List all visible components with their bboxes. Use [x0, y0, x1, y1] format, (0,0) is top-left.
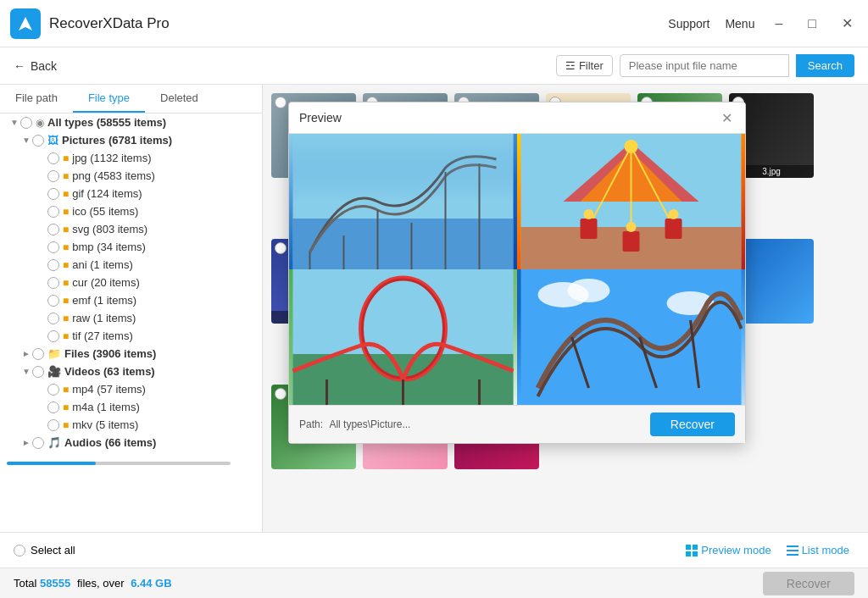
tree-radio-files[interactable] [32, 348, 44, 360]
preview-image-4[interactable] [517, 269, 745, 405]
preview-path: Path: All types\Picture... [299, 418, 410, 430]
tree-row-ico[interactable]: ■ ico (55 items) [0, 202, 262, 220]
tree-radio-gif[interactable] [47, 188, 59, 200]
support-link[interactable]: Support [668, 17, 709, 30]
tree-toggle-root[interactable]: ▼ [8, 118, 20, 127]
tree-radio-svg[interactable] [47, 224, 59, 235]
tree-radio-audios[interactable] [32, 437, 44, 449]
tree-label-jpg: jpg (1132 items) [72, 152, 151, 164]
tree-toggle-audios[interactable]: ► [20, 438, 32, 447]
preview-image-3[interactable] [289, 269, 517, 405]
menu-link[interactable]: Menu [725, 17, 754, 30]
mp4-icon: ■ [63, 384, 69, 396]
tree-radio-mp4[interactable] [47, 384, 59, 396]
tree-row-svg[interactable]: ■ svg (803 items) [0, 220, 262, 238]
windows-icon [686, 545, 698, 556]
tab-file-type[interactable]: File type [73, 85, 145, 113]
tree-toggle-videos[interactable]: ▼ [20, 367, 32, 376]
svg-point-20 [584, 209, 594, 219]
tree-row-ani[interactable]: ■ ani (1 items) [0, 256, 262, 274]
tree-row-emf[interactable]: ■ emf (1 items) [0, 291, 262, 309]
preview-image-1[interactable] [289, 134, 517, 269]
tree-row-raw[interactable]: ■ raw (1 items) [0, 309, 262, 327]
svg-point-22 [669, 209, 679, 219]
close-button[interactable]: ✕ [837, 14, 858, 33]
svg-rect-40 [693, 551, 698, 556]
tree-radio-raw[interactable] [47, 313, 59, 324]
tree-toggle-pictures[interactable]: ▼ [20, 136, 32, 145]
tree-label-svg: svg (803 items) [72, 223, 147, 235]
mkv-icon: ■ [63, 419, 69, 431]
preview-mode-button[interactable]: Preview mode [681, 541, 776, 559]
thumb-checkbox[interactable] [275, 242, 287, 254]
tree-row-tif[interactable]: ■ tif (27 items) [0, 327, 262, 345]
tree-label-ani: ani (1 items) [72, 258, 133, 271]
select-all-radio[interactable] [14, 545, 25, 556]
tree-row-jpg[interactable]: ■ jpg (1132 items) [0, 149, 262, 167]
tree-row-cur[interactable]: ■ cur (20 items) [0, 274, 262, 291]
thumb-checkbox[interactable] [275, 97, 287, 108]
preview-images-grid [289, 134, 745, 405]
tree-radio-emf[interactable] [47, 295, 59, 307]
tree-row-all-types[interactable]: ▼ ◉ All types (58555 items) [0, 114, 262, 131]
tree-row-png[interactable]: ■ png (4583 items) [0, 167, 262, 185]
search-button[interactable]: Search [796, 54, 854, 77]
tree-radio-root[interactable] [20, 117, 32, 129]
back-button[interactable]: ← Back [14, 59, 57, 73]
tree-radio-tif[interactable] [47, 330, 59, 342]
ico-icon: ■ [63, 206, 69, 218]
preview-close-button[interactable]: ✕ [718, 109, 735, 126]
tree-radio-png[interactable] [47, 170, 59, 182]
path-label: Path: [299, 418, 323, 430]
tree-radio-m4a[interactable] [47, 401, 59, 413]
svg-rect-38 [693, 545, 698, 550]
recover-button-preview[interactable]: Recover [650, 413, 735, 436]
tree-radio-ico[interactable] [47, 206, 59, 218]
tree-row-m4a[interactable]: ■ m4a (1 items) [0, 398, 262, 416]
tree-row-pictures[interactable]: ▼ 🖼 Pictures (6781 items) [0, 131, 262, 149]
tree-radio-jpg[interactable] [47, 152, 59, 164]
tree-label-ico: ico (55 items) [72, 205, 138, 218]
tif-icon: ■ [63, 330, 69, 342]
m4a-icon: ■ [63, 401, 69, 413]
maximize-button[interactable]: □ [803, 14, 821, 33]
tree-label-pictures: Pictures (6781 items) [62, 134, 172, 147]
tree-row-files[interactable]: ► 📁 Files (3906 items) [0, 345, 262, 363]
preview-footer: Path: All types\Picture... Recover [289, 405, 745, 443]
files-icon: 📁 [47, 347, 61, 360]
search-input[interactable] [620, 54, 789, 77]
tab-deleted[interactable]: Deleted [145, 85, 214, 113]
tree-row-mkv[interactable]: ■ mkv (5 items) [0, 416, 262, 434]
tab-file-path[interactable]: File path [0, 85, 73, 113]
tree-radio-cur[interactable] [47, 277, 59, 289]
tree-toggle-files[interactable]: ► [20, 349, 32, 358]
filter-label: Filter [579, 59, 604, 72]
thumb-checkbox[interactable] [275, 388, 287, 400]
preview-header: Preview ✕ [289, 102, 745, 134]
pictures-icon: 🖼 [47, 134, 58, 147]
preview-image-2[interactable] [517, 134, 745, 269]
emf-icon: ■ [63, 295, 69, 307]
tree-row-videos[interactable]: ▼ 🎥 Videos (63 items) [0, 363, 262, 380]
filter-button[interactable]: ☲ Filter [556, 55, 613, 76]
list-mode-button[interactable]: List mode [782, 541, 854, 559]
tree-radio-bmp[interactable] [47, 241, 59, 253]
list-mode-label: List mode [802, 544, 849, 556]
svg-rect-18 [623, 231, 640, 252]
tree-radio-ani[interactable] [47, 259, 59, 271]
tree-row-mp4[interactable]: ■ mp4 (57 items) [0, 380, 262, 398]
tree-row-audios[interactable]: ► 🎵 Audios (66 items) [0, 434, 262, 451]
minimize-button[interactable]: – [770, 14, 787, 33]
tree-row-bmp[interactable]: ■ bmp (34 items) [0, 238, 262, 256]
titlebar-right: Support Menu – □ ✕ [668, 14, 858, 33]
tree-label-cur: cur (20 items) [72, 276, 139, 289]
select-all-control[interactable]: Select all [14, 544, 75, 556]
tree-row-gif[interactable]: ■ gif (124 items) [0, 185, 262, 202]
tree-radio-pictures[interactable] [32, 135, 44, 147]
preview-image-placeholder-1 [289, 134, 517, 269]
status-mid: files, over [77, 577, 125, 590]
tree-radio-videos[interactable] [32, 366, 44, 378]
tree-radio-mkv[interactable] [47, 419, 59, 431]
tree-label-m4a: m4a (1 items) [72, 401, 139, 413]
tree-label-bmp: bmp (34 items) [72, 241, 146, 253]
